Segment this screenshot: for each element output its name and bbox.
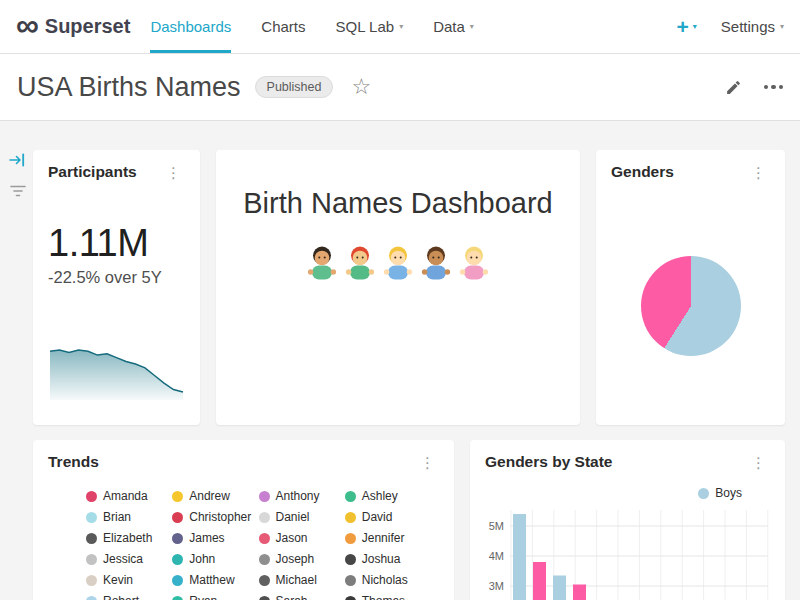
nav-dashboards[interactable]: Dashboards — [150, 0, 231, 53]
trends-legend-item[interactable]: David — [345, 510, 431, 524]
trends-legend-item[interactable]: John — [172, 552, 258, 566]
trends-legend-item[interactable]: Michael — [259, 573, 345, 587]
edit-dashboard-button[interactable] — [725, 79, 742, 96]
series-color-dot — [172, 491, 183, 502]
series-color-dot — [86, 575, 97, 586]
card-title: Trends — [48, 453, 99, 471]
series-name: Joseph — [276, 552, 315, 566]
top-navbar: ∞ Superset Dashboards Charts SQL Lab ▾ D… — [0, 0, 800, 54]
brand-name: Superset — [45, 15, 131, 38]
dashboard-grid: Participants ⋮ 1.11M -22.5% over 5Y Birt… — [0, 121, 800, 600]
series-color-dot — [259, 533, 270, 544]
series-name: Sarah — [276, 594, 308, 600]
more-options-icon[interactable] — [764, 79, 784, 96]
arrow-right-to-bar-icon — [9, 152, 26, 168]
trends-legend-item[interactable]: Brian — [86, 510, 172, 524]
trends-legend-item[interactable]: Ashley — [345, 489, 431, 503]
trends-legend-item[interactable]: Andrew — [172, 489, 258, 503]
series-name: Christopher — [189, 510, 251, 524]
nav-label: SQL Lab — [335, 18, 394, 35]
trends-legend-item[interactable]: Sarah — [259, 594, 345, 600]
trends-legend-item[interactable]: Jessica — [86, 552, 172, 566]
big-number-value: 1.11M — [48, 222, 185, 265]
trends-legend-item[interactable]: Kevin — [86, 573, 172, 587]
series-color-dot — [259, 575, 270, 586]
filter-icon[interactable] — [10, 184, 26, 198]
nav-label: Dashboards — [150, 18, 231, 35]
series-name: Andrew — [189, 489, 230, 503]
trends-legend-item[interactable]: Jennifer — [345, 531, 431, 545]
series-name: Joshua — [362, 552, 401, 566]
published-badge[interactable]: Published — [255, 76, 334, 98]
series-name: Thomas — [362, 594, 405, 600]
card-title: Participants — [48, 163, 137, 181]
trends-legend-item[interactable]: Thomas — [345, 594, 431, 600]
chevron-down-icon: ▾ — [470, 23, 474, 31]
trends-legend-item[interactable]: Matthew — [172, 573, 258, 587]
series-color-dot — [259, 491, 270, 502]
genders-by-state-bar-chart[interactable]: 5M4M3M — [485, 504, 770, 600]
favorite-star-icon[interactable]: ☆ — [351, 76, 371, 98]
main-nav: Dashboards Charts SQL Lab ▾ Data ▾ — [150, 0, 473, 53]
trends-legend-item[interactable]: James — [172, 531, 258, 545]
plus-icon: + — [677, 16, 689, 37]
series-color-dot — [259, 596, 270, 600]
series-name: Nicholas — [362, 573, 408, 587]
superset-logo[interactable]: ∞ Superset — [16, 0, 130, 53]
card-genders-by-state: Genders by State ⋮ Boys 5M4M3M — [470, 440, 785, 600]
nav-label: Data — [433, 18, 465, 35]
trends-legend-item[interactable]: Elizabeth — [86, 531, 172, 545]
nav-sql-lab[interactable]: SQL Lab ▾ — [335, 0, 403, 53]
chevron-down-icon: ▾ — [399, 23, 403, 31]
trends-legend-item[interactable]: Joseph — [259, 552, 345, 566]
settings-menu[interactable]: Settings ▾ — [721, 18, 784, 35]
series-color-dot — [259, 512, 270, 523]
series-name: Jennifer — [362, 531, 405, 545]
kebab-menu-icon[interactable]: ⋮ — [747, 453, 770, 472]
series-color-dot — [86, 554, 97, 565]
trends-legend-item[interactable]: Christopher — [172, 510, 258, 524]
trends-legend-item[interactable]: Jason — [259, 531, 345, 545]
kebab-menu-icon[interactable]: ⋮ — [162, 163, 185, 182]
kebab-menu-icon[interactable]: ⋮ — [416, 453, 439, 472]
series-name: Anthony — [276, 489, 320, 503]
series-color-dot — [172, 596, 183, 600]
trends-legend-item[interactable]: Joshua — [345, 552, 431, 566]
chevron-down-icon: ▾ — [693, 23, 697, 31]
trends-legend-item[interactable]: Amanda — [86, 489, 172, 503]
filter-rail — [9, 152, 26, 198]
series-color-dot — [86, 596, 97, 600]
big-number-subheader: -22.5% over 5Y — [48, 268, 185, 287]
series-color-dot — [172, 575, 183, 586]
series-color-dot — [345, 533, 356, 544]
nav-charts[interactable]: Charts — [261, 0, 305, 53]
series-name: Amanda — [103, 489, 148, 503]
trends-legend-item[interactable]: Anthony — [259, 489, 345, 503]
series-color-dot — [698, 488, 709, 499]
trends-legend-item[interactable]: Ryan — [172, 594, 258, 600]
gxs-legend-item-boys[interactable]: Boys — [485, 486, 770, 500]
trends-legend: AmandaAndrewAnthonyAshleyBrianChristophe… — [48, 489, 439, 600]
trends-legend-item[interactable]: Daniel — [259, 510, 345, 524]
series-name: Ryan — [189, 594, 217, 600]
trends-legend-item[interactable]: Robert — [86, 594, 172, 600]
nav-data[interactable]: Data ▾ — [433, 0, 474, 53]
card-title: Genders by State — [485, 453, 613, 471]
expand-filter-bar-button[interactable] — [9, 152, 26, 168]
pencil-icon — [725, 79, 742, 96]
series-color-dot — [86, 533, 97, 544]
card-markdown-headline: Birth Names Dashboard — [216, 150, 580, 425]
trends-legend-item[interactable]: Nicholas — [345, 573, 431, 587]
series-name: David — [362, 510, 393, 524]
series-name: John — [189, 552, 215, 566]
series-color-dot — [172, 533, 183, 544]
genders-pie-chart[interactable] — [641, 256, 741, 356]
participants-trend-sparkline[interactable] — [48, 344, 185, 400]
series-color-dot — [345, 596, 356, 600]
series-name: Jessica — [103, 552, 143, 566]
new-item-button[interactable]: + ▾ — [677, 16, 697, 37]
settings-label: Settings — [721, 18, 775, 35]
kebab-menu-icon[interactable]: ⋮ — [747, 163, 770, 182]
children-emoji-row — [231, 244, 565, 288]
series-color-dot — [259, 554, 270, 565]
